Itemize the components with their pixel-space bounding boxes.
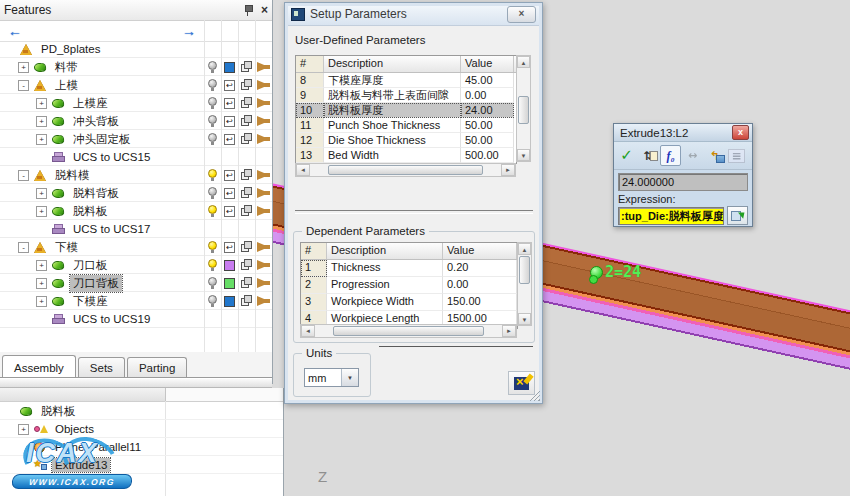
parameter-row[interactable]: 12 Die Shoe Thickness 50.00 (296, 133, 516, 148)
dependency-row[interactable]: Extrude13 (0, 456, 283, 474)
layer-status-icon[interactable] (224, 134, 235, 145)
close-button[interactable]: x (732, 125, 749, 140)
tree-row[interactable]: 下模 (0, 238, 272, 256)
callout-speaker-icon[interactable] (257, 134, 270, 144)
toolbar-button[interactable]: ≡ (726, 145, 747, 166)
layer-status-icon[interactable] (224, 98, 235, 109)
scroll-left-icon[interactable]: ◄ (301, 325, 315, 337)
combo-dropdown-button[interactable]: ▼ (341, 369, 358, 386)
reference-set-cube-icon[interactable] (241, 259, 253, 271)
node-label[interactable]: 刀口板 (70, 257, 111, 274)
reference-set-cube-icon[interactable] (241, 115, 253, 127)
scroll-thumb[interactable] (518, 96, 529, 124)
scroll-up-icon[interactable]: ▲ (518, 243, 531, 255)
panel-tab[interactable]: Sets (78, 357, 125, 377)
visibility-bulb-icon[interactable] (208, 115, 217, 127)
visibility-bulb-icon[interactable] (208, 259, 217, 271)
visibility-bulb-icon[interactable] (208, 187, 217, 199)
node-label[interactable]: 刀口背板 (70, 275, 122, 292)
node-label[interactable]: Objects (52, 422, 97, 436)
expander-toggle[interactable] (36, 206, 47, 217)
tree-row[interactable]: 脱料模 (0, 166, 272, 184)
node-label[interactable]: 下模 (52, 239, 81, 256)
horizontal-scrollbar[interactable]: ◄ ► (300, 324, 517, 338)
visibility-bulb-icon[interactable] (208, 97, 217, 109)
toolbar-button[interactable]: ↰ (704, 145, 725, 166)
callout-speaker-icon[interactable] (257, 188, 270, 198)
visibility-bulb-icon[interactable] (208, 295, 217, 307)
dependency-row[interactable]: Objects (0, 420, 283, 438)
vertical-scrollbar[interactable]: ▲ ▼ (517, 242, 532, 326)
layer-status-icon[interactable] (224, 296, 235, 307)
close-button[interactable]: × (507, 6, 536, 23)
node-label[interactable]: 上模 (52, 77, 81, 94)
expander-toggle[interactable] (36, 134, 47, 145)
scroll-left-icon[interactable]: ◄ (296, 164, 310, 176)
node-label[interactable]: Plane_Parallel11 (52, 440, 144, 454)
dependencies-header-cell[interactable] (0, 388, 166, 401)
parameter-row[interactable]: 3 Workpiece Width 150.00 (301, 294, 517, 311)
callout-speaker-icon[interactable] (257, 296, 270, 306)
reference-set-cube-icon[interactable] (241, 295, 253, 307)
dependencies-header-cell[interactable] (166, 388, 283, 401)
node-label[interactable]: 脱料背板 (70, 185, 122, 202)
callout-speaker-icon[interactable] (257, 242, 270, 252)
reference-set-cube-icon[interactable] (241, 187, 253, 199)
parameter-row[interactable]: 8 下模座厚度 45.00 (296, 73, 516, 88)
callout-speaker-icon[interactable] (257, 206, 270, 216)
tree-row[interactable]: PD_8plates (0, 40, 272, 58)
scroll-thumb[interactable] (328, 165, 483, 175)
toolbar-button[interactable]: ✓ (616, 145, 637, 166)
expander-toggle[interactable] (36, 188, 47, 199)
visibility-bulb-icon[interactable] (208, 61, 217, 73)
parameter-row[interactable]: 9 脱料板与料带上表面间隙 0.00 (296, 88, 516, 103)
visibility-bulb-icon[interactable] (208, 79, 217, 91)
toolbar-button[interactable]: f₀ (660, 145, 681, 166)
node-label[interactable]: 上模座 (70, 95, 111, 112)
expression-input[interactable]: :tup_Die:脱料板厚度 (618, 207, 724, 225)
reference-set-cube-icon[interactable] (241, 205, 253, 217)
node-label[interactable]: 脱料板 (38, 403, 79, 420)
reference-set-cube-icon[interactable] (241, 277, 253, 289)
node-label[interactable]: 脱料板 (70, 203, 111, 220)
horizontal-scrollbar[interactable]: ◄ ► (295, 163, 516, 177)
toolbar-button[interactable]: ⇅ (638, 145, 659, 166)
scroll-thumb[interactable] (519, 256, 530, 284)
callout-speaker-icon[interactable] (257, 80, 270, 90)
tree-row[interactable]: 下模座 (0, 292, 272, 310)
toolbar-button[interactable]: ↔ (682, 145, 703, 166)
tree-row[interactable]: 刀口背板 (0, 274, 272, 292)
drag-handle-icon[interactable] (590, 266, 603, 279)
node-label[interactable]: 料带 (52, 59, 81, 76)
reference-set-cube-icon[interactable] (241, 79, 253, 91)
panel-tab[interactable]: Assembly (2, 355, 76, 377)
parameter-row[interactable]: 1 Thickness 0.20 (301, 260, 517, 277)
expander-toggle[interactable] (18, 242, 29, 253)
callout-speaker-icon[interactable] (257, 116, 270, 126)
node-label[interactable]: 下模座 (70, 293, 111, 310)
panel-splitter[interactable] (0, 379, 272, 388)
tree-row[interactable]: 上模 (0, 76, 272, 94)
parameter-row[interactable]: 10 脱料板厚度 24.00 (296, 103, 516, 118)
layer-status-icon[interactable] (224, 80, 235, 91)
parameter-row[interactable]: 13 Bed Width 500.00 (296, 148, 516, 163)
callout-speaker-icon[interactable] (257, 278, 270, 288)
tree-row[interactable]: 刀口板 (0, 256, 272, 274)
node-label[interactable]: UCS to UCS15 (70, 150, 153, 164)
layer-status-icon[interactable] (224, 260, 235, 271)
layer-status-icon[interactable] (224, 170, 235, 181)
reference-set-cube-icon[interactable] (241, 169, 253, 181)
reference-set-cube-icon[interactable] (241, 97, 253, 109)
visibility-bulb-icon[interactable] (208, 205, 217, 217)
panel-tab[interactable]: Parting (127, 357, 187, 377)
reference-set-cube-icon[interactable] (241, 61, 253, 73)
layer-status-icon[interactable] (224, 242, 235, 253)
dialog-titlebar[interactable]: Setup Parameters × (285, 3, 542, 26)
callout-speaker-icon[interactable] (257, 260, 270, 270)
pin-icon[interactable] (243, 4, 253, 16)
expander-toggle[interactable] (18, 424, 29, 435)
visibility-bulb-icon[interactable] (208, 169, 217, 181)
tree-row[interactable]: 冲头固定板 (0, 130, 272, 148)
forward-arrow-icon[interactable]: → (182, 24, 196, 38)
node-label[interactable]: 脱料模 (52, 167, 93, 184)
